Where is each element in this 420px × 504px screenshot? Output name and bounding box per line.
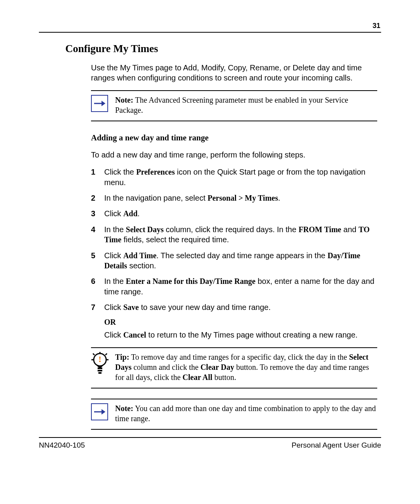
svg-marker-1 [102, 101, 105, 106]
step-number: 3 [91, 208, 104, 219]
text: section. [127, 261, 156, 270]
text: In the [104, 225, 126, 234]
note-icon-box [91, 403, 109, 420]
step-body: Click Add. [104, 208, 377, 219]
text: to return to the My Times page without c… [146, 331, 358, 339]
page-footer: NN42040-105 Personal Agent User Guide [39, 437, 381, 450]
step-item: 1 Click the Preferences icon on the Quic… [91, 167, 377, 187]
step-number: 7 [91, 302, 104, 312]
note-label: Note: [115, 96, 133, 104]
svg-rect-5 [98, 372, 102, 374]
steps-list: 1 Click the Preferences icon on the Quic… [91, 167, 377, 312]
note-text: Note: You can add more than one day and … [115, 403, 377, 424]
note-icon-box [91, 95, 109, 112]
step-number: 4 [91, 224, 104, 234]
text: Click [104, 303, 123, 312]
bold-term: FROM Time [299, 225, 341, 234]
text: To remove day and time ranges for a spec… [129, 353, 349, 361]
text: column and click the [131, 363, 200, 371]
text: and [341, 225, 358, 234]
bold-term: Clear All [182, 373, 212, 382]
document-page: 31 Configure My Times Use the My Times p… [0, 0, 420, 504]
step-body: Click the Preferences icon on the Quick … [104, 167, 377, 187]
text: column, click the required days. In the [164, 225, 299, 234]
text: button. [212, 373, 236, 382]
step-item: 6 In the Enter a Name for this Day/Time … [91, 276, 377, 297]
arrow-right-icon [91, 403, 108, 420]
svg-marker-8 [102, 409, 105, 415]
header-rule [39, 32, 381, 33]
footer-rule [39, 437, 381, 438]
lead-paragraph: To add a new day and time range, perform… [91, 150, 377, 160]
doc-title: Personal Agent User Guide [292, 441, 381, 450]
text: . [138, 209, 140, 218]
alt-step: Click Cancel to return to the My Times p… [104, 330, 377, 340]
text: . [278, 194, 280, 202]
step-number: 2 [91, 193, 104, 203]
step-item: 3 Click Add. [91, 208, 377, 219]
bold-term: Clear Day [200, 363, 234, 371]
step-body: Click Save to save your new day and time… [104, 302, 377, 312]
section-heading: Configure My Times [65, 43, 381, 55]
bold-term: Cancel [123, 331, 146, 339]
tip-text: Tip: To remove day and time ranges for a… [115, 352, 377, 382]
text: Click [104, 331, 123, 339]
step-number: 1 [91, 167, 104, 177]
svg-text:!: ! [98, 354, 101, 364]
tip-callout: ! Tip: To remove day and time ranges for… [91, 347, 377, 388]
text: Click [104, 209, 123, 218]
step-item: 5 Click Add Time. The selected day and t… [91, 250, 377, 271]
note-body: The Advanced Screening parameter must be… [115, 96, 348, 114]
text: . The selected day and time range appear… [156, 251, 327, 260]
note-callout: Note: You can add more than one day and … [91, 399, 377, 430]
text: Click [104, 251, 123, 260]
note-callout: Note: The Advanced Screening parameter m… [91, 90, 377, 121]
bold-term: Personal > My Times [208, 194, 278, 202]
step-body: Click Add Time. The selected day and tim… [104, 250, 377, 271]
text: In the navigation pane, select [104, 194, 208, 202]
doc-number: NN42040-105 [39, 441, 85, 450]
lightbulb-icon: ! [91, 352, 109, 376]
note-body: You can add more than one day and time c… [115, 404, 376, 423]
bold-term: Add Time [123, 251, 156, 260]
step-number: 6 [91, 276, 104, 286]
step-item: 4 In the Select Days column, click the r… [91, 224, 377, 245]
svg-rect-3 [98, 368, 102, 369]
step-body: In the Select Days column, click the req… [104, 224, 377, 245]
bold-term: Preferences [136, 168, 175, 176]
bold-term: Select Days [126, 225, 164, 234]
svg-rect-4 [98, 370, 102, 371]
subsection-heading: Adding a new day and time range [91, 133, 377, 143]
tip-icon-box: ! [91, 352, 109, 378]
intro-paragraph: Use the My Times page to Add, Modify, Co… [91, 63, 377, 83]
step-body: In the Enter a Name for this Day/Time Ra… [104, 276, 377, 297]
bold-term: Enter a Name for this Day/Time Range [126, 277, 256, 285]
bold-term: Save [123, 303, 139, 312]
footer-row: NN42040-105 Personal Agent User Guide [39, 441, 381, 450]
note-text: Note: The Advanced Screening parameter m… [115, 95, 377, 115]
text: Click the [104, 168, 136, 176]
bold-term: Add [123, 209, 138, 218]
arrow-right-icon [91, 95, 108, 112]
step-body: In the navigation pane, select Personal … [104, 193, 377, 203]
note-label: Note: [115, 404, 133, 413]
text: to save your new day and time range. [139, 303, 271, 312]
or-separator: OR [104, 318, 377, 327]
text: In the [104, 277, 126, 285]
step-item: 2 In the navigation pane, select Persona… [91, 193, 377, 203]
step-item: 7 Click Save to save your new day and ti… [91, 302, 377, 312]
tip-label: Tip: [115, 353, 129, 361]
content-block: Use the My Times page to Add, Modify, Co… [91, 63, 377, 430]
step-number: 5 [91, 250, 104, 261]
text: fields, select the required time. [121, 235, 229, 244]
page-number: 31 [373, 22, 380, 30]
